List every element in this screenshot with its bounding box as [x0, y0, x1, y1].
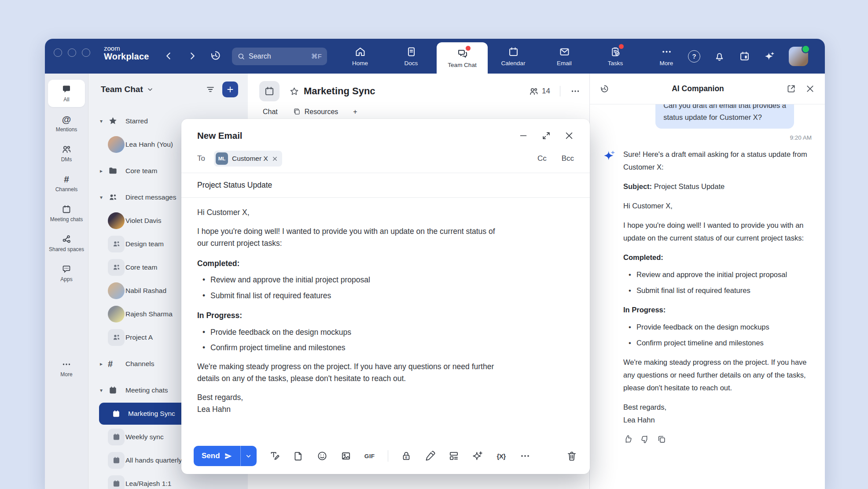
meeting-chat-icon: [108, 429, 125, 445]
help-icon[interactable]: ?: [688, 50, 700, 63]
tab-chat[interactable]: Chat: [263, 108, 278, 116]
forward-button[interactable]: [187, 50, 198, 62]
rail-item-more[interactable]: More: [48, 355, 85, 382]
ai-companion-sparkle-icon[interactable]: [764, 50, 776, 62]
more-tools-icon[interactable]: [519, 450, 531, 462]
ai-inprogress-heading: In Progress:: [623, 304, 814, 316]
email-body-editor[interactable]: Hi Customer X, I hope you're doing well!…: [181, 198, 590, 416]
tab-calendar[interactable]: Calendar: [488, 39, 539, 74]
close-icon[interactable]: [564, 131, 574, 141]
minimize-window-button[interactable]: [68, 48, 76, 57]
meeting-chat-icon: [108, 452, 125, 469]
chat-filter-rail: All @ Mentions DMs # Channels Meeting: [45, 74, 88, 489]
shared-spaces-icon: [61, 234, 72, 244]
new-chat-button[interactable]: [222, 82, 238, 97]
ai-conversation[interactable]: Can you draft an email that provides a s…: [590, 104, 825, 489]
rail-item-mentions[interactable]: @ Mentions: [48, 110, 85, 137]
channels-hash-icon: #: [61, 174, 72, 185]
tab-home[interactable]: Home: [335, 39, 386, 74]
tab-docs[interactable]: Docs: [386, 39, 437, 74]
thumbs-down-icon[interactable]: [640, 434, 650, 444]
open-in-window-icon[interactable]: [786, 84, 796, 94]
remove-recipient-icon[interactable]: [272, 156, 278, 162]
calendar-icon: [508, 46, 519, 58]
close-window-button[interactable]: [54, 48, 62, 57]
notifications-bell-icon[interactable]: [714, 50, 725, 62]
rail-item-meeting-chats[interactable]: Meeting chats: [48, 200, 85, 227]
thumbs-up-icon[interactable]: [623, 434, 633, 444]
variables-icon[interactable]: {X}: [496, 450, 507, 462]
member-count[interactable]: 14: [529, 86, 550, 96]
attach-file-icon[interactable]: [293, 450, 304, 462]
recipient-row[interactable]: To ML Customer X Cc Bcc: [181, 145, 590, 173]
avatar: [108, 212, 125, 229]
tab-more[interactable]: More: [641, 39, 692, 74]
send-button[interactable]: Send: [194, 446, 240, 466]
tab-resources[interactable]: Resources: [293, 107, 338, 116]
recipient-chip[interactable]: ML Customer X: [214, 151, 282, 167]
emoji-icon[interactable]: [316, 450, 328, 462]
tab-email[interactable]: Email: [539, 39, 590, 74]
discard-draft-icon[interactable]: [566, 450, 577, 462]
chat-item-lea-rajesh-1-1[interactable]: Lea/Rajesh 1:1: [88, 472, 248, 489]
caret-right-icon[interactable]: ▸: [100, 361, 108, 367]
chat-list-header: Team Chat: [88, 74, 248, 105]
text-format-icon[interactable]: [269, 450, 280, 462]
ai-sparkle-icon: [603, 149, 616, 162]
cc-button[interactable]: Cc: [537, 154, 547, 163]
close-icon[interactable]: [805, 84, 815, 94]
subject-field[interactable]: Project Status Update: [181, 173, 590, 197]
rail-item-all[interactable]: All: [48, 80, 85, 107]
email-greeting: Hi Customer X,: [197, 207, 505, 219]
tab-add[interactable]: +: [353, 108, 357, 116]
caret-down-icon[interactable]: ▾: [100, 118, 108, 124]
bcc-button[interactable]: Bcc: [562, 154, 574, 163]
chevron-down-icon[interactable]: [147, 86, 154, 93]
caret-right-icon[interactable]: ▸: [100, 168, 108, 174]
calendar-filled-icon: [108, 385, 118, 395]
search-shortcut: ⌘F: [311, 52, 322, 60]
rail-item-dms[interactable]: DMs: [48, 140, 85, 167]
template-icon[interactable]: [448, 450, 460, 462]
to-label: To: [197, 154, 205, 163]
more-options-icon[interactable]: [570, 86, 581, 96]
history-icon[interactable]: [600, 84, 610, 94]
apps-icon: [61, 264, 72, 274]
caret-down-icon[interactable]: ▾: [100, 387, 108, 393]
ai-inprogress-list: Provide feedback on the design mockups C…: [623, 321, 814, 349]
rail-item-channels[interactable]: # Channels: [48, 170, 85, 197]
maximize-window-button[interactable]: [82, 48, 90, 57]
send-options-button[interactable]: [240, 446, 257, 466]
email-completed-heading: Completed:: [197, 258, 505, 270]
rail-item-shared-spaces[interactable]: Shared spaces: [48, 230, 85, 257]
filter-icon[interactable]: [206, 85, 215, 94]
user-avatar[interactable]: [789, 47, 808, 66]
tab-team-chat[interactable]: Team Chat: [437, 42, 488, 74]
expand-icon[interactable]: [541, 131, 551, 141]
send-button-group[interactable]: Send: [194, 446, 257, 466]
email-signoff: Best regards, Lea Hahn: [197, 392, 505, 416]
image-icon[interactable]: [340, 450, 352, 462]
ai-subject-line: Subject: Project Status Update: [623, 180, 814, 193]
search-input[interactable]: Search ⌘F: [232, 48, 327, 65]
docs-icon: [405, 46, 417, 58]
history-icon[interactable]: [210, 49, 222, 62]
gif-icon[interactable]: GIF: [364, 450, 375, 462]
rail-item-apps[interactable]: Apps: [48, 259, 85, 287]
back-button[interactable]: [163, 50, 174, 62]
unread-badge: [619, 44, 624, 49]
window-controls[interactable]: [54, 48, 90, 57]
star-outline-icon[interactable]: [289, 86, 299, 96]
tab-tasks[interactable]: Tasks: [590, 39, 641, 74]
svg-text:E: E: [405, 456, 407, 459]
minimize-icon[interactable]: [519, 131, 528, 141]
caret-down-icon[interactable]: ▾: [100, 194, 108, 200]
title-bar: zoom Workplace Search ⌘F Home: [45, 39, 825, 74]
calendar-date-icon[interactable]: [739, 50, 750, 62]
signature-icon[interactable]: [424, 450, 436, 462]
ai-compose-sparkle-icon[interactable]: [472, 450, 483, 462]
desktop: zoom Workplace Search ⌘F Home: [0, 0, 868, 489]
copy-icon[interactable]: [657, 434, 666, 444]
encrypt-icon[interactable]: E: [401, 450, 412, 462]
chat-list-title: Team Chat: [101, 85, 143, 94]
